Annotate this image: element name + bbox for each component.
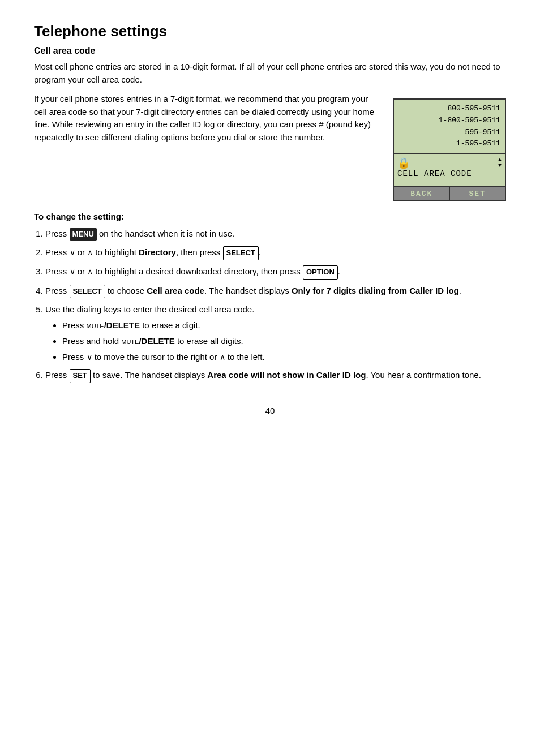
arrow-up-step3: ∧	[87, 265, 93, 278]
lcd-line-4: 1-595-9511	[398, 138, 500, 150]
intro-paragraph-2: If your cell phone stores entries in a 7…	[34, 93, 382, 144]
step-5b: Press and hold mute/DELETE to erase all …	[62, 334, 506, 348]
step-4: Press SELECT to choose Cell area code. T…	[45, 284, 506, 299]
step-3-or: or	[75, 267, 88, 276]
page-title: Telephone settings	[34, 23, 506, 40]
lcd-line-2: 1-800-595-9511	[398, 115, 500, 127]
step-2-text2: to highlight Directory, then press	[93, 247, 222, 257]
arrow-down-step3: ∨	[70, 265, 75, 278]
lcd-dotted-divider	[397, 181, 502, 181]
page-number: 40	[34, 406, 506, 415]
option-key: OPTION	[303, 265, 338, 280]
select-key-step4: SELECT	[70, 285, 105, 299]
step-4-text1: Press	[45, 286, 70, 295]
device-display: 800-595-9511 1-800-595-9511 595-9511 1-5…	[393, 98, 506, 201]
lcd-buttons-row: BACK SET	[393, 187, 506, 201]
menu-key: MENU	[70, 228, 97, 241]
step-2: Press ∨ or ∧ to highlight Directory, the…	[45, 246, 506, 260]
lcd-menu-area: 🔒 ▲ ▼ CELL AREA CODE	[393, 154, 506, 187]
intro-text-left: If your cell phone stores entries in a 7…	[34, 93, 382, 201]
step-1-suffix: on the handset when it is not in use.	[97, 229, 235, 238]
step-5a-text: Press mute/DELETE to erase a digit.	[62, 320, 200, 330]
step-3-period: .	[338, 267, 340, 276]
step-3-text1: Press	[45, 267, 70, 276]
step-5c: Press ∨ to move the cursor to the right …	[62, 350, 506, 364]
lcd-line-3: 595-9511	[398, 127, 500, 139]
step-2-period: .	[259, 247, 261, 257]
lcd-set-button: SET	[450, 187, 505, 200]
step-3-text2: to highlight a desired downloaded direct…	[93, 267, 303, 276]
step-6-text: Press	[45, 370, 70, 380]
lcd-menu-label: CELL AREA CODE	[397, 169, 502, 178]
step-1-press: Press	[45, 229, 70, 238]
step-5-text: Use the dialing keys to enter the desire…	[45, 304, 254, 314]
step-6-text2: to save. The handset displays Area code …	[91, 370, 481, 380]
step-5-sublist: Press mute/DELETE to erase a digit. Pres…	[62, 319, 506, 364]
lcd-line-1: 800-595-9511	[398, 103, 500, 115]
lcd-screen: 800-595-9511 1-800-595-9511 595-9511 1-5…	[393, 98, 506, 154]
step-5b-text: Press and hold mute/DELETE to erase all …	[62, 336, 243, 346]
intro-paragraph-1: Most cell phone entries are stored in a …	[34, 61, 506, 86]
step-1: Press MENU on the handset when it is not…	[45, 227, 506, 241]
step-2-text1: Press	[45, 247, 70, 257]
to-change-heading: To change the setting:	[34, 212, 506, 221]
step-4-text2: to choose Cell area code. The handset di…	[105, 286, 461, 295]
arrow-down-icon: ▼	[498, 163, 502, 169]
scroll-arrows: ▲ ▼	[498, 157, 502, 169]
lcd-menu-row: 🔒 ▲ ▼	[397, 157, 502, 169]
step-6: Press SET to save. The handset displays …	[45, 368, 506, 383]
intro-block: If your cell phone stores entries in a 7…	[34, 93, 506, 201]
section-subtitle: Cell area code	[34, 46, 506, 56]
select-key-step2: SELECT	[223, 246, 259, 260]
step-2-or: or	[75, 247, 88, 257]
arrow-down-step2: ∨	[70, 246, 75, 259]
step-5c-text: Press ∨ to move the cursor to the right …	[62, 352, 265, 362]
set-key: SET	[70, 369, 91, 383]
lock-icon: 🔒	[397, 157, 410, 169]
step-5: Use the dialing keys to enter the desire…	[45, 303, 506, 364]
steps-list: Press MENU on the handset when it is not…	[45, 227, 506, 383]
lcd-back-button: BACK	[394, 187, 450, 200]
step-5a: Press mute/DELETE to erase a digit.	[62, 319, 506, 332]
step-3: Press ∨ or ∧ to highlight a desired down…	[45, 265, 506, 280]
arrow-up-step2: ∧	[87, 246, 93, 259]
